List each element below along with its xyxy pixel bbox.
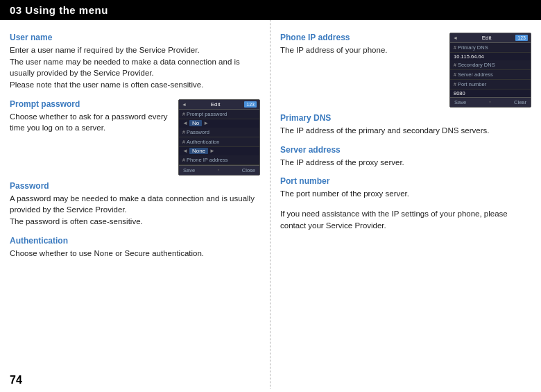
phone-ui-secondary-dns-label: Secondary DNS [458, 62, 495, 68]
hash-icon-r4: # [454, 82, 456, 87]
phone-ui-port-number-value: 8080 [450, 90, 531, 97]
phone-ui-port-number-label: Port number [458, 81, 486, 87]
phone-ui-row-phone-ip: # Phone IP address [179, 155, 259, 165]
section-user-name: User name Enter a user name if required … [10, 33, 260, 91]
server-address-body: The IP address of the proxy server. [280, 157, 531, 169]
phone-ui-left-bottombar: Save ▪ Close [179, 165, 259, 175]
right-arrow-icon-2: ► [209, 148, 215, 154]
phone-ui-left-badge: 123 [244, 101, 257, 108]
section-port-number: Port number The port number of the proxy… [280, 176, 531, 200]
primary-dns-body: The IP address of the primary and second… [280, 125, 531, 137]
phone-ui-left-save-btn[interactable]: Save [183, 167, 195, 173]
hash-icon-r1: # [454, 45, 456, 50]
phone-ui-left: ◄ Edit 123 # Prompt password ◄ No ► # Pa… [178, 99, 260, 176]
phone-ui-left-title: Edit [211, 101, 221, 108]
left-arrow-icon: ◄ [182, 120, 188, 126]
assistance-body: If you need assistance with the IP setti… [280, 208, 531, 231]
phone-ui-password-label: Password [187, 129, 209, 135]
phone-ui-row-prompt: # Prompt password [179, 110, 259, 119]
phone-ui-right-titlebar: ◄ Edit 123 [450, 33, 531, 43]
phone-ui-left-nav-left: ◄ [182, 102, 187, 107]
phone-ui-auth-toggle: ◄ None ► [179, 147, 259, 155]
section-primary-dns: Primary DNS The IP address of the primar… [280, 113, 531, 137]
phone-ui-left-titlebar: ◄ Edit 123 [179, 100, 259, 110]
hash-icon-r3: # [454, 72, 456, 77]
hash-icon-1: # [182, 112, 185, 117]
page-content: User name Enter a user name if required … [0, 20, 541, 389]
phone-ui-primary-dns-value: 10.115.64.64 [450, 53, 531, 60]
phone-ui-right-divider: ▪ [489, 99, 490, 105]
user-name-title: User name [10, 33, 260, 42]
page-header: 03 Using the menu [0, 0, 541, 20]
phone-ui-server-address-label: Server address [458, 71, 493, 78]
phone-ui-prompt-label: Prompt password [187, 111, 227, 117]
section-server-address: Server address The IP address of the pro… [280, 145, 531, 169]
port-number-body: The port number of the proxy server. [280, 188, 531, 200]
phone-ui-row-port-number: # Port number [450, 80, 531, 90]
page-title: 03 Using the menu [10, 4, 108, 16]
phone-ui-right-nav-left: ◄ [453, 35, 458, 40]
port-number-title: Port number [280, 176, 531, 186]
phone-ui-prompt-toggle: ◄ No ► [179, 119, 259, 128]
right-arrow-icon: ► [203, 120, 209, 126]
phone-ui-auth-value: None [189, 148, 208, 154]
phone-ui-auth-label: Authentication [187, 139, 220, 145]
phone-ui-row-password: # Password [179, 128, 259, 137]
authentication-title: Authentication [10, 236, 260, 246]
section-assistance: If you need assistance with the IP setti… [280, 208, 531, 231]
phone-ui-right-bottombar: Save ▪ Clear [450, 97, 531, 107]
phone-ui-right: ◄ Edit 123 # Primary DNS 10.115.64.64 # … [449, 33, 531, 108]
primary-dns-title: Primary DNS [280, 113, 531, 123]
left-column: User name Enter a user name if required … [0, 20, 270, 389]
left-arrow-icon-2: ◄ [182, 148, 188, 154]
phone-ui-right-badge: 123 [515, 35, 528, 41]
user-name-body: Enter a user name if required by the Ser… [10, 44, 260, 91]
right-column: ◄ Edit 123 # Primary DNS 10.115.64.64 # … [270, 20, 541, 389]
phone-ui-primary-dns-label: Primary DNS [458, 44, 488, 51]
phone-ui-row-auth: # Authentication [179, 137, 259, 147]
hash-icon-4: # [182, 157, 185, 162]
phone-ui-prompt-value: No [189, 120, 202, 126]
phone-ui-right-clear-btn[interactable]: Clear [514, 99, 526, 105]
phone-ui-row-secondary-dns: # Secondary DNS [450, 60, 531, 70]
phone-ui-right-title: Edit [482, 35, 492, 41]
password-title: Password [10, 181, 260, 191]
hash-icon-r2: # [454, 62, 456, 67]
section-password: Password A password may be needed to mak… [10, 181, 260, 228]
section-phone-ip: ◄ Edit 123 # Primary DNS 10.115.64.64 # … [280, 33, 531, 113]
server-address-title: Server address [280, 145, 531, 155]
phone-ui-left-divider: ▪ [218, 167, 219, 173]
phone-ui-phone-ip-label: Phone IP address [187, 157, 228, 163]
password-body: A password may be needed to make a data … [10, 193, 260, 228]
section-authentication: Authentication Choose whether to use Non… [10, 236, 260, 259]
phone-ui-row-primary-dns: # Primary DNS [450, 43, 531, 53]
hash-icon-2: # [182, 130, 185, 135]
authentication-body: Choose whether to use None or Secure aut… [10, 248, 260, 259]
page-number: 74 [10, 374, 22, 386]
phone-ui-row-server-address: # Server address [450, 70, 531, 80]
phone-ui-left-close-btn[interactable]: Close [242, 167, 255, 173]
section-prompt-password: ◄ Edit 123 # Prompt password ◄ No ► # Pa… [10, 99, 260, 181]
phone-ui-right-save-btn[interactable]: Save [454, 99, 466, 105]
hash-icon-3: # [182, 139, 185, 144]
